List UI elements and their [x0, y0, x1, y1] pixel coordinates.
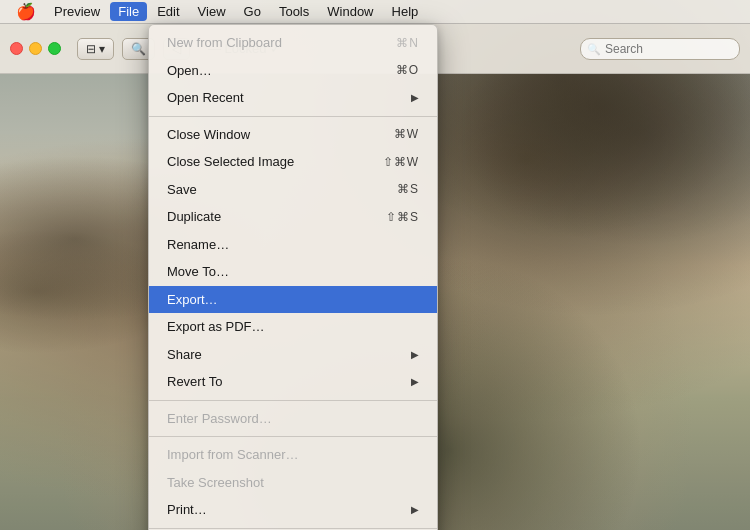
menu-label-export-pdf: Export as PDF…	[167, 317, 265, 337]
menu-shortcut-duplicate: ⇧⌘S	[386, 208, 419, 226]
menubar-file[interactable]: File	[110, 2, 147, 21]
menu-arrow-share: ▶	[411, 347, 419, 362]
dropdown-arrow-icon: ▾	[99, 42, 105, 56]
menu-label-import-camera: Import from Scanner…	[167, 445, 299, 465]
search-wrapper: 🔍	[580, 38, 740, 60]
menu-item-import-camera[interactable]: Import from Scanner…	[149, 441, 437, 469]
menu-shortcut-close-selected: ⇧⌘W	[383, 153, 419, 171]
menubar-window[interactable]: Window	[319, 2, 381, 21]
close-button[interactable]	[10, 42, 23, 55]
menu-item-move-to[interactable]: Move To…	[149, 258, 437, 286]
menubar-help[interactable]: Help	[384, 2, 427, 21]
menu-label-enter-password: Enter Password…	[167, 409, 272, 429]
menu-label-open-recent: Open Recent	[167, 88, 244, 108]
menu-item-take-screenshot[interactable]: Print… ▶	[149, 496, 437, 524]
menu-label-export: Export…	[167, 290, 218, 310]
zoom-icon: 🔍	[131, 42, 146, 56]
menu-label-rename: Rename…	[167, 235, 229, 255]
menu-label-close-window: Close Window	[167, 125, 250, 145]
search-input[interactable]	[580, 38, 740, 60]
menu-item-close-window[interactable]: Close Window ⌘W	[149, 121, 437, 149]
menu-label-revert-to: Revert To	[167, 372, 222, 392]
menu-shortcut-save: ⌘S	[397, 180, 419, 198]
menu-item-revert-to[interactable]: Revert To ▶	[149, 368, 437, 396]
separator-3	[149, 436, 437, 437]
menu-item-new-clipboard[interactable]: New from Clipboard ⌘N	[149, 29, 437, 57]
menu-shortcut-open: ⌘O	[396, 61, 419, 79]
menu-label-open: Open…	[167, 61, 212, 81]
menubar-view[interactable]: View	[190, 2, 234, 21]
menu-label-import-scanner: Take Screenshot	[167, 473, 264, 493]
sidebar-toggle-button[interactable]: ⊟ ▾	[77, 38, 114, 60]
separator-4	[149, 528, 437, 529]
separator-1	[149, 116, 437, 117]
file-menu-dropdown: New from Clipboard ⌘N Open… ⌘O Open Rece…	[148, 24, 438, 530]
menu-arrow-revert: ▶	[411, 374, 419, 389]
menu-item-duplicate[interactable]: Duplicate ⇧⌘S	[149, 203, 437, 231]
menu-item-close-selected[interactable]: Close Selected Image ⇧⌘W	[149, 148, 437, 176]
separator-2	[149, 400, 437, 401]
menu-item-export[interactable]: Export…	[149, 286, 437, 314]
apple-menu[interactable]: 🍎	[8, 0, 44, 23]
menu-arrow-open-recent: ▶	[411, 90, 419, 105]
menubar: 🍎 Preview File Edit View Go Tools Window…	[0, 0, 750, 24]
menu-label-save: Save	[167, 180, 197, 200]
menu-label-take-screenshot: Print…	[167, 500, 207, 520]
menu-item-save[interactable]: Save ⌘S	[149, 176, 437, 204]
menu-item-open[interactable]: Open… ⌘O	[149, 57, 437, 85]
menu-item-open-recent[interactable]: Open Recent ▶	[149, 84, 437, 112]
menu-arrow-screenshot: ▶	[411, 502, 419, 517]
menu-label-share: Share	[167, 345, 202, 365]
menubar-go[interactable]: Go	[236, 2, 269, 21]
menu-shortcut-new-clipboard: ⌘N	[396, 34, 419, 52]
menubar-edit[interactable]: Edit	[149, 2, 187, 21]
menu-shortcut-close-window: ⌘W	[394, 125, 419, 143]
sidebar-icon: ⊟	[86, 42, 96, 56]
menu-label-move-to: Move To…	[167, 262, 229, 282]
minimize-button[interactable]	[29, 42, 42, 55]
menubar-tools[interactable]: Tools	[271, 2, 317, 21]
fullscreen-button[interactable]	[48, 42, 61, 55]
menu-item-import-scanner[interactable]: Take Screenshot	[149, 469, 437, 497]
menu-item-export-pdf[interactable]: Export as PDF…	[149, 313, 437, 341]
menu-item-share[interactable]: Share ▶	[149, 341, 437, 369]
menubar-preview[interactable]: Preview	[46, 2, 108, 21]
menu-item-enter-password[interactable]: Enter Password…	[149, 405, 437, 433]
menu-label-new-clipboard: New from Clipboard	[167, 33, 282, 53]
menu-label-close-selected: Close Selected Image	[167, 152, 294, 172]
traffic-lights	[10, 42, 61, 55]
menu-label-duplicate: Duplicate	[167, 207, 221, 227]
menu-item-rename[interactable]: Rename…	[149, 231, 437, 259]
